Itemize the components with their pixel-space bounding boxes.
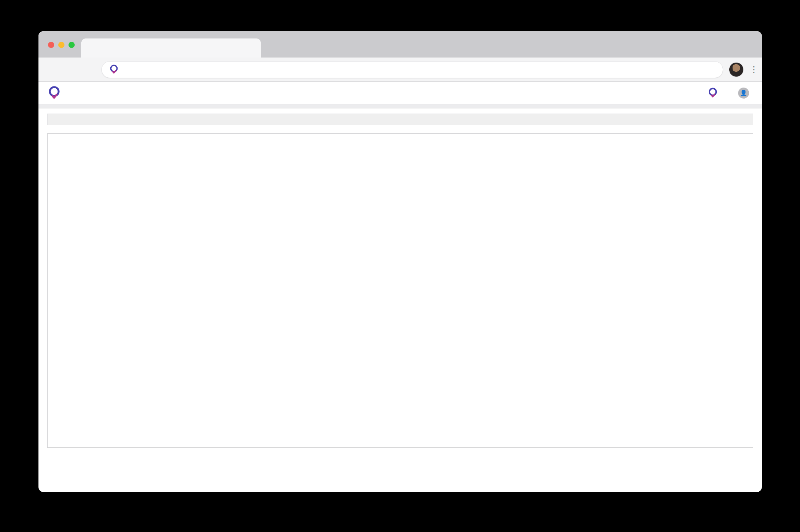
browser-toolbar: ⋮ xyxy=(38,58,762,82)
browser-tab-strip xyxy=(38,31,762,58)
filter-panel xyxy=(47,114,753,125)
browser-menu-icon[interactable]: ⋮ xyxy=(749,68,754,71)
chart-legend xyxy=(701,143,748,146)
view-tabs xyxy=(38,104,762,108)
chart-card xyxy=(47,133,753,448)
user-menu[interactable]: 👤 xyxy=(738,88,752,99)
close-window-icon[interactable] xyxy=(48,42,54,48)
address-bar[interactable] xyxy=(101,61,723,78)
teleporting-pin-icon xyxy=(48,86,60,100)
teleporting-pin-icon xyxy=(708,87,718,99)
app-header: 👤 xyxy=(38,82,762,104)
window-controls[interactable] xyxy=(38,42,81,58)
line-chart[interactable] xyxy=(54,138,693,431)
user-avatar-icon: 👤 xyxy=(738,88,749,99)
teleporting-logo[interactable] xyxy=(48,86,169,100)
maximize-window-icon[interactable] xyxy=(68,42,75,48)
minimize-window-icon[interactable] xyxy=(58,42,64,48)
browser-profile-avatar[interactable] xyxy=(729,62,744,77)
browser-tab[interactable] xyxy=(81,38,261,58)
site-logo-icon xyxy=(109,64,119,75)
browser-window: ⋮ 👤 xyxy=(38,31,762,492)
page-content xyxy=(38,108,762,448)
